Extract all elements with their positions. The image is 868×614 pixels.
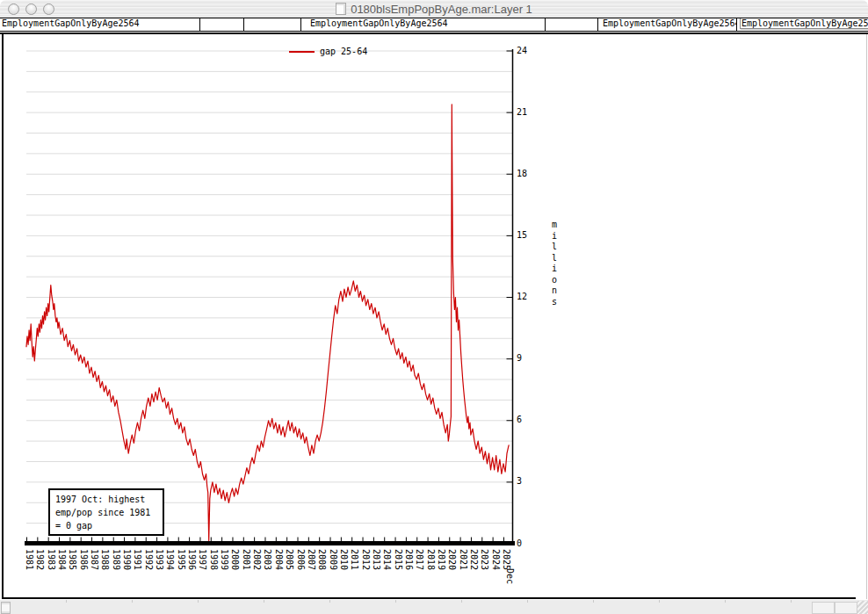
y-axis-title: millions <box>552 220 558 307</box>
x-tick-label: 1984 <box>57 549 67 570</box>
x-tick-label: 1986 <box>79 549 89 570</box>
x-tick-label: 2014 <box>382 549 392 570</box>
x-tick-label: 1997 <box>198 549 207 570</box>
x-tick-label: 2010 <box>339 549 349 570</box>
canvas-bottom-border <box>2 597 856 599</box>
x-end-month-label: Dec <box>505 568 515 584</box>
x-tick-label: 2006 <box>296 549 306 570</box>
ruler-tick <box>527 600 528 603</box>
ruler-tick <box>461 600 462 603</box>
title-bar[interactable]: 0180blsEmpPopByAge.mar:Layer 1 <box>0 0 868 18</box>
y-tick-label: 0 <box>517 538 522 548</box>
x-tick-label: 1992 <box>144 549 154 570</box>
series-line-gap-25-64 <box>26 105 509 541</box>
y-tick-label: 21 <box>517 107 527 117</box>
x-tick-label: 2005 <box>285 549 294 570</box>
x-tick-label: 2021 <box>459 549 468 570</box>
y-tick-label: 9 <box>517 353 522 363</box>
x-tick-label: 1982 <box>35 549 45 570</box>
x-tick-label: 1991 <box>133 549 142 570</box>
x-tick-label: 2009 <box>329 549 338 570</box>
sheet-tab[interactable] <box>545 18 597 31</box>
x-tick-label: 1988 <box>100 549 110 570</box>
ruler-tick <box>329 600 330 603</box>
x-tick-label: 2001 <box>242 549 251 570</box>
x-tick-label: 1998 <box>209 549 219 570</box>
horizontal-scrollbar-track[interactable] <box>0 600 868 614</box>
sheet-tab[interactable] <box>199 18 243 31</box>
scroll-right-button[interactable] <box>835 602 857 614</box>
scrollbar-left-widget[interactable] <box>1 602 11 614</box>
legend-label: gap 25-64 <box>320 47 367 56</box>
x-tick-label: 1981 <box>25 549 34 570</box>
ruler-tick <box>132 600 133 603</box>
x-tick-label: 2024 <box>491 549 501 570</box>
x-tick-label: 1989 <box>112 549 121 570</box>
x-tick-label: 1990 <box>122 549 132 570</box>
sheet-tab[interactable]: EmploymentGapOnlyByAge2564 <box>300 18 545 31</box>
x-tick-label: 1993 <box>155 549 164 570</box>
y-tick-label: 15 <box>517 230 527 240</box>
canvas-left-border <box>2 34 4 599</box>
y-tick-label: 3 <box>517 476 522 486</box>
x-tick-label: 1999 <box>220 549 229 570</box>
y-tick-label: 12 <box>517 292 527 301</box>
window-title: 0180blsEmpPopByAge.mar:Layer 1 <box>351 3 532 16</box>
y-tick-label: 6 <box>517 415 522 424</box>
x-tick-label: 2011 <box>350 549 359 570</box>
sheet-tab[interactable]: EmploymentGapOnlyByAge2564 <box>0 18 199 31</box>
ruler-tick <box>593 600 594 603</box>
resize-grip[interactable] <box>857 601 868 614</box>
x-tick-label: 2022 <box>469 549 479 570</box>
x-tick-label: 2012 <box>361 549 371 570</box>
x-tick-label: 2007 <box>307 549 316 570</box>
annotation-line: 1997 Oct: highest <box>55 493 157 506</box>
x-tick-label: 2016 <box>404 549 414 570</box>
x-tick-label: 1985 <box>68 549 77 570</box>
canvas-right-border <box>866 34 867 599</box>
app-window: 0180blsEmpPopByAge.mar:Layer 1 Employmen… <box>0 0 868 614</box>
x-axis-bar <box>25 541 515 545</box>
sheet-tab[interactable]: EmploymentGapOnlyByAge2564 <box>736 18 868 31</box>
sheet-tab-label-selected: EmploymentGapOnlyByAge2564 <box>740 18 868 29</box>
x-tick-label: 2019 <box>437 549 446 570</box>
x-tick-label: 2013 <box>372 549 381 570</box>
x-tick-label: 1996 <box>187 549 197 570</box>
x-tick-label: 1987 <box>90 549 99 570</box>
x-tick-label: 2020 <box>447 549 457 570</box>
scroll-left-button[interactable] <box>812 602 835 614</box>
sheet-tab-row: EmploymentGapOnlyByAge2564EmploymentGapO… <box>0 18 868 32</box>
ruler-tick <box>198 600 199 603</box>
ruler-tick <box>395 600 396 603</box>
x-tick-label: 2025 <box>502 549 511 570</box>
document-icon <box>336 3 346 15</box>
x-tick-label: 2023 <box>480 549 489 570</box>
x-tick-label: 2000 <box>230 549 240 570</box>
x-tick-label: 2003 <box>263 549 272 570</box>
ruler-tick <box>264 600 264 603</box>
annotation-line: emp/pop since 1981 <box>55 506 157 519</box>
legend-line-swatch <box>289 51 315 53</box>
x-tick-label: 2008 <box>317 549 327 570</box>
x-tick-label: 2002 <box>252 549 262 570</box>
ruler-tick <box>66 600 67 603</box>
ruler-tick <box>791 600 792 603</box>
x-tick-label: 2015 <box>394 549 403 570</box>
canvas-top-border <box>0 33 868 34</box>
x-tick-label: 1983 <box>47 549 56 570</box>
x-tick-label: 1995 <box>177 549 186 570</box>
ruler-tick <box>659 600 660 603</box>
y-tick-label: 24 <box>517 46 527 55</box>
y-tick-label: 18 <box>517 169 527 178</box>
ruler-tick <box>725 600 726 603</box>
x-tick-label: 1994 <box>165 549 175 570</box>
annotation-box[interactable]: 1997 Oct: highest emp/pop since 1981 = 0… <box>48 488 164 536</box>
annotation-line: = 0 gap <box>55 519 157 532</box>
x-tick-label: 2004 <box>274 549 284 570</box>
sheet-tab[interactable] <box>243 18 300 31</box>
x-tick-label: 2017 <box>415 549 424 570</box>
sheet-tab[interactable]: EmploymentGapOnlyByAge2564 <box>597 18 736 31</box>
x-tick-label: 2018 <box>426 549 436 570</box>
